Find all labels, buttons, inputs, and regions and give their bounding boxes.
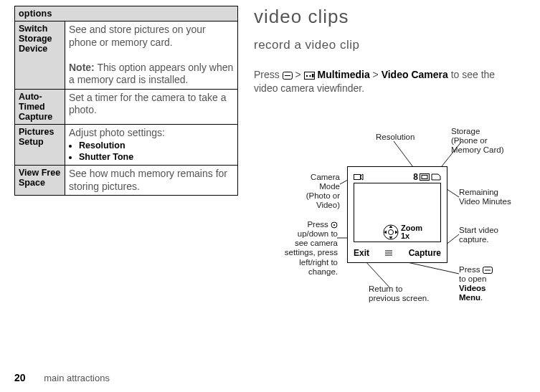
menu-key-icon: [283, 72, 293, 80]
opt-pictures-setup-desc: Adjust photo settings: Resolution Shutte…: [65, 124, 238, 166]
opt-autotimed-name: Auto-Timed Capture: [15, 89, 65, 124]
svg-marker-15: [361, 174, 363, 180]
section-title: video clips: [254, 6, 516, 28]
softkey-capture: Capture: [409, 248, 441, 258]
svg-rect-14: [354, 174, 361, 179]
options-table: options Switch Storage Device See and st…: [14, 6, 238, 196]
viewfinder-diagram: 8 Zoom: [254, 113, 512, 335]
para-vc: Video Camera: [382, 69, 448, 80]
svg-rect-16: [420, 173, 430, 180]
callout-open-menu: Press to open Videos Menu.: [459, 265, 512, 303]
footer-section: main attractions: [44, 373, 110, 383]
zoom-value: 1x: [401, 232, 422, 240]
nav-dpad-small-icon: [331, 221, 338, 229]
remaining-minutes: 8: [413, 172, 418, 182]
phone-screen: 8 Zoom: [347, 166, 447, 263]
opt-switch-storage-desc: See and store pictures on your phone or …: [65, 21, 238, 90]
softkey-bar: Exit Capture: [354, 248, 441, 258]
svg-marker-23: [395, 230, 398, 234]
callout-return: Return to previous screen.: [369, 285, 429, 303]
svg-point-28: [333, 224, 335, 226]
svg-point-19: [389, 229, 394, 234]
svg-marker-20: [389, 225, 393, 228]
para-p1: Press: [254, 69, 283, 80]
callout-storage: Storage (Phone or Memory Card): [451, 127, 503, 156]
status-bar: 8: [354, 173, 441, 181]
bullet-shutter-tone: Shutter Tone: [79, 152, 234, 163]
menu-key-small-icon: [483, 267, 493, 274]
bullet-resolution: Resolution: [79, 140, 234, 152]
svg-marker-22: [384, 230, 387, 234]
page-number: 20: [14, 372, 26, 383]
para-gt1: >: [293, 69, 304, 80]
storage-icon: [431, 173, 441, 181]
subsection-title: record a video clip: [254, 38, 516, 52]
svg-point-3: [305, 75, 307, 77]
svg-marker-21: [389, 236, 393, 239]
opt-autotimed-desc: Set a timer for the camera to take a pho…: [65, 89, 238, 124]
svg-point-4: [309, 75, 311, 77]
svg-line-6: [394, 141, 415, 170]
opt-view-free-space-desc: See how much memory remains for storing …: [65, 166, 238, 196]
nav-dpad-icon: [382, 224, 399, 241]
softkey-exit: Exit: [354, 248, 369, 258]
opt-switch-storage-name: Switch Storage Device: [15, 21, 65, 90]
opt-switch-storage-desc-text: See and store pictures on your phone or …: [69, 24, 206, 48]
zoom-indicator: Zoom 1x: [382, 224, 422, 241]
svg-rect-5: [312, 74, 314, 77]
para-mm: Multimedia: [315, 69, 370, 80]
resolution-icon: [420, 173, 430, 181]
opt-pictures-setup-name: Pictures Setup: [15, 124, 65, 166]
callout-start-video: Start video capture.: [459, 226, 498, 244]
para-gt2: >: [370, 69, 382, 80]
instruction-paragraph: Press > Multimedia > Video Camera to see…: [254, 68, 516, 95]
menu-bars-icon: [384, 250, 393, 256]
opt-pictures-setup-intro: Adjust photo settings:: [69, 127, 234, 140]
camera-mode-icon: [354, 173, 364, 181]
page-footer: 20 main attractions: [14, 372, 110, 383]
opt-view-free-space-name: View Free Space: [15, 166, 65, 196]
callout-nav-instructions: Press up/down to see camera settings, pr…: [279, 220, 338, 277]
callout-remaining: Remaining Video Minutes: [459, 188, 511, 206]
svg-rect-17: [422, 175, 427, 178]
callout-camera-mode: Camera Mode (Photo or Video): [288, 173, 340, 211]
options-header: options: [15, 6, 238, 21]
note-label: Note:: [69, 62, 95, 73]
callout-resolution: Resolution: [376, 133, 415, 142]
multimedia-icon: [304, 72, 315, 80]
